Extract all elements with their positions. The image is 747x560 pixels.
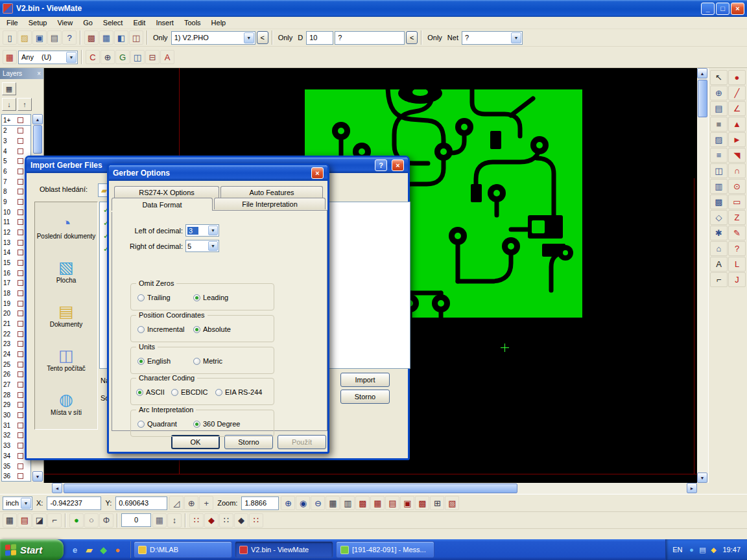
pattern-a-icon[interactable]: ∷: [189, 513, 204, 528]
grid-dots-icon[interactable]: ▦: [152, 513, 167, 528]
taskbar-task-v2-bin-viewmate[interactable]: V2.bin - ViewMate: [235, 541, 333, 558]
prev-layer-button[interactable]: <: [257, 31, 268, 44]
text-tool-icon[interactable]: A: [710, 257, 728, 272]
tab-auto-features[interactable]: Auto Features: [220, 186, 323, 198]
radio-incremental[interactable]: Incremental: [137, 325, 184, 333]
layer-row-35[interactable]: 35: [2, 461, 30, 471]
pattern-b-icon[interactable]: ◆: [204, 513, 219, 528]
chevron-down-icon[interactable]: ▼: [21, 498, 31, 509]
layer-swatch[interactable]: [18, 362, 23, 368]
layer-swatch[interactable]: [18, 250, 23, 255]
layer-swatch[interactable]: [18, 310, 23, 316]
circle-mode-icon[interactable]: ○: [84, 513, 99, 528]
radio-eia-rs-244[interactable]: EIA RS-244: [215, 388, 262, 396]
diameter-icon[interactable]: Φ: [99, 513, 113, 528]
taskbar-task-191-482-091-mess[interactable]: [191-482-091] - Mess...: [336, 541, 434, 558]
layer-swatch[interactable]: [18, 219, 23, 225]
diamond-tool-icon[interactable]: ◇: [710, 210, 728, 225]
gerber-dialog-titlebar[interactable]: Gerber Options ×: [109, 165, 327, 181]
pattern-c-icon[interactable]: ∷: [219, 513, 233, 528]
hatch-tool-icon[interactable]: ▨: [710, 132, 728, 147]
layer-swatch[interactable]: [18, 351, 23, 357]
print-icon[interactable]: ▤: [47, 30, 62, 45]
radio-leading[interactable]: Leading: [193, 294, 228, 301]
chevron-down-icon[interactable]: ▼: [511, 32, 521, 43]
zoom-field[interactable]: 1.8866: [241, 496, 279, 510]
pattern-tool-icon[interactable]: ▩: [710, 194, 728, 209]
text-mode-icon[interactable]: A: [160, 50, 174, 64]
scroll-down-icon[interactable]: ▼: [697, 472, 707, 483]
close-button[interactable]: ×: [731, 3, 744, 15]
layer-swatch[interactable]: [18, 321, 23, 327]
z-tool-icon[interactable]: Z: [728, 210, 746, 225]
layer-row-4[interactable]: 4: [2, 146, 30, 156]
aperture-combobox[interactable]: Any (U) ▼: [18, 51, 78, 64]
layer-swatch[interactable]: [18, 443, 23, 449]
scroll-down-icon[interactable]: ▼: [32, 471, 43, 482]
radio-metric[interactable]: Metric: [193, 357, 222, 365]
radio-absolute[interactable]: Absolute: [193, 325, 231, 333]
pattern-d-icon[interactable]: ◆: [234, 513, 248, 528]
polyline-tool-icon[interactable]: ∠: [728, 101, 746, 116]
menu-item-select[interactable]: Select: [98, 18, 128, 28]
arc-tool-icon[interactable]: ∩: [728, 163, 746, 178]
new-icon[interactable]: ▯: [3, 30, 17, 45]
dcode-query-input[interactable]: ?: [335, 31, 405, 45]
layer-swatch[interactable]: [18, 463, 23, 469]
open-icon[interactable]: ▨: [18, 30, 32, 45]
x-coordinate-field[interactable]: -0.942237: [47, 496, 101, 510]
messenger-icon[interactable]: ●: [686, 544, 696, 555]
place-tento-po-ta[interactable]: ◫Tento počítač: [35, 337, 97, 381]
anchor-icon[interactable]: ↕: [167, 513, 182, 528]
pad-tool-icon[interactable]: ●: [728, 70, 746, 85]
grid-b-icon[interactable]: ▥: [340, 496, 355, 510]
origin-icon[interactable]: ⊕: [101, 50, 115, 64]
antivirus-icon[interactable]: ◆: [98, 544, 109, 555]
import-button[interactable]: Import: [340, 373, 390, 387]
menu-item-go[interactable]: Go: [78, 18, 98, 28]
active-layer-combobox[interactable]: 1) V2.PHO ▼: [171, 31, 255, 45]
triangle-tool-icon[interactable]: ▲: [728, 117, 746, 132]
layer-swatch[interactable]: [18, 432, 23, 438]
layer-row-3[interactable]: 3: [2, 136, 30, 146]
right-decimal-combobox[interactable]: 5 ▼: [185, 240, 219, 252]
home-tool-icon[interactable]: ⌂: [710, 241, 728, 256]
line-tool-icon[interactable]: ╱: [728, 86, 746, 100]
place-posledn-dokumenty[interactable]: ◔Poslední dokumenty: [35, 205, 97, 249]
mirror-v-icon[interactable]: ⊟: [145, 50, 160, 64]
crosshair-icon[interactable]: +: [199, 496, 213, 510]
apply-button[interactable]: Použít: [278, 435, 326, 449]
maximize-button[interactable]: □: [716, 3, 729, 15]
layer-swatch[interactable]: [18, 179, 23, 185]
prev-dcode-button[interactable]: <: [406, 31, 418, 44]
place-dokumenty[interactable]: ▤Dokumenty: [35, 293, 97, 337]
fill-tool-icon[interactable]: ■: [710, 117, 728, 132]
select-grid-icon[interactable]: ▦: [99, 30, 113, 45]
scrollbar-thumb[interactable]: [698, 80, 707, 117]
query-tool-icon[interactable]: ?: [728, 241, 746, 256]
zoom-in-icon[interactable]: ⊕: [281, 496, 295, 510]
browser-icon[interactable]: ●: [112, 544, 123, 555]
scrollbar-thumb[interactable]: [33, 125, 42, 154]
y-coordinate-field[interactable]: 0.690643: [115, 496, 167, 510]
layer-swatch[interactable]: [18, 402, 23, 408]
film-e-icon[interactable]: ▩: [415, 496, 429, 510]
left-decimal-combobox[interactable]: 3 ▼: [185, 224, 219, 237]
chevron-down-icon[interactable]: ▼: [66, 52, 77, 63]
radio-ebcdic[interactable]: EBCDIC: [171, 388, 208, 396]
film-f-icon[interactable]: ⊞: [430, 496, 444, 510]
taskbar-task-d-mlab[interactable]: D:\MLAB: [134, 541, 232, 558]
radio-360-degree[interactable]: 360 Degree: [193, 420, 241, 428]
layer-swatch[interactable]: [18, 199, 23, 205]
layer-swatch[interactable]: [18, 229, 23, 235]
grid-setup-icon[interactable]: ▦: [3, 513, 17, 528]
layer-swatch[interactable]: [18, 270, 23, 276]
layer-row-2[interactable]: 2: [2, 126, 30, 136]
layer-swatch[interactable]: [18, 341, 23, 347]
layer-swatch[interactable]: [18, 392, 23, 398]
chevron-down-icon[interactable]: ▼: [208, 226, 218, 235]
radio-quadrant[interactable]: Quadrant: [137, 420, 177, 428]
dcode-table-icon[interactable]: ▤: [18, 513, 32, 528]
layer-swatch[interactable]: [18, 382, 23, 388]
film-a-icon[interactable]: ▩: [355, 496, 370, 510]
